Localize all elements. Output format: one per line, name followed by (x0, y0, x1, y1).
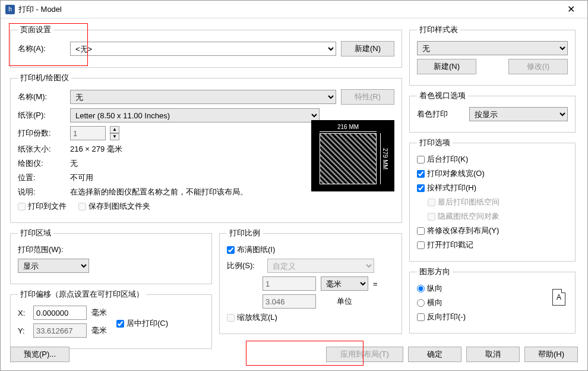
printer-name-select[interactable]: 无 (70, 90, 336, 104)
copies-spinner[interactable]: ▲▼ (110, 126, 119, 140)
printer-group: 打印机/绘图仪 名称(M): 无 特性(R) 纸张(P): Letter (8.… (10, 73, 402, 223)
plot-scale-group: 打印比例 布满图纸(I) 比例(S): 自定义 毫米 = 单位 缩放线宽(L) (219, 228, 402, 334)
offset-x-label: X: (18, 309, 29, 317)
offset-y-input[interactable] (33, 323, 87, 338)
style-table-group: 打印样式表 无 新建(N) 修改(I) (409, 24, 576, 86)
desc-value: 在选择新的绘图仪配置名称之前，不能打印该布局。 (70, 187, 248, 197)
center-plot-checkbox[interactable]: 居中打印(C) (116, 318, 168, 329)
unit-label: 单位 (321, 296, 368, 307)
scale-unit-select[interactable]: 毫米 (321, 276, 368, 291)
page-setup-name-label: 名称(A): (18, 43, 65, 54)
help-button[interactable]: 帮助(H) (524, 347, 578, 362)
preview-button[interactable]: 预览(P)... (10, 347, 69, 362)
paper-size-value: 216 × 279 毫米 (70, 144, 122, 155)
plot-offset-group: 打印偏移（原点设置在可打印区域） X: 毫米 Y: 毫米 居中打印(C) (10, 289, 212, 349)
scale-num2-input[interactable] (263, 294, 316, 309)
scale-lineweights-checkbox[interactable]: 缩放线宽(L) (227, 312, 277, 323)
close-icon[interactable]: ✕ (559, 4, 583, 15)
orientation-group: 图形方向 纵向 横向 反向打印(-) A (409, 266, 576, 334)
copies-label: 打印份数: (18, 128, 65, 139)
opt-last-paper-checkbox[interactable]: 最后打印图纸空间 (428, 197, 500, 207)
paper-select[interactable]: Letter (8.50 x 11.00 Inches) (70, 108, 320, 122)
window-title: 打印 - Model (18, 4, 559, 15)
page-setup-legend: 页面设置 (18, 24, 53, 35)
style-table-select[interactable]: 无 (417, 41, 568, 55)
page-setup-group: 页面设置 名称(A): <无> 新建(N) (10, 24, 402, 68)
print-to-file-checkbox[interactable]: 打印到文件 (18, 201, 67, 212)
page-setup-name-select[interactable]: <无> (70, 42, 336, 56)
plot-offset-legend: 打印偏移（原点设置在可打印区域） (18, 289, 146, 300)
location-value: 不可用 (70, 172, 93, 183)
paper-preview: 216 MM 279 MM (311, 120, 394, 191)
opt-background-checkbox[interactable]: 后台打印(K) (417, 154, 468, 165)
titlebar: h 打印 - Model ✕ (1, 1, 587, 18)
reverse-checkbox[interactable]: 反向打印(-) (417, 312, 466, 322)
plot-range-select[interactable]: 显示 (18, 259, 89, 273)
plot-range-label: 打印范围(W): (18, 244, 64, 255)
cancel-button[interactable]: 取消 (466, 347, 520, 362)
offset-y-label: Y: (18, 326, 29, 335)
paper-size-label: 纸张大小: (18, 144, 65, 155)
offset-x-unit: 毫米 (91, 307, 107, 318)
opt-stamp-checkbox[interactable]: 打开打印戳记 (417, 240, 473, 250)
shaded-viewport-group: 着色视口选项 着色打印 按显示 (409, 90, 576, 133)
style-table-legend: 打印样式表 (417, 24, 460, 35)
copies-input[interactable] (70, 126, 106, 140)
app-icon: h (5, 5, 15, 14)
plot-options-group: 打印选项 后台打印(K) 打印对象线宽(O) 按样式打印(H) 最后打印图纸空间… (409, 137, 576, 262)
plot-area-legend: 打印区域 (18, 228, 53, 238)
portrait-radio[interactable]: 纵向 (417, 283, 442, 294)
fit-paper-checkbox[interactable]: 布满图纸(I) (227, 244, 275, 255)
equals-label: = (373, 279, 378, 288)
shaded-legend: 着色视口选项 (417, 90, 468, 101)
opt-save-layout-checkbox[interactable]: 将修改保存到布局(Y) (417, 225, 499, 236)
scale-select[interactable]: 自定义 (267, 259, 374, 273)
plot-scale-legend: 打印比例 (227, 228, 263, 238)
bottom-button-bar: 预览(P)... 应用到布局(T) 确定 取消 帮助(H) (10, 347, 578, 362)
desc-label: 说明: (18, 187, 65, 197)
opt-hide-paper-checkbox[interactable]: 隐藏图纸空间对象 (428, 211, 500, 222)
plot-area-group: 打印区域 打印范围(W): 显示 (10, 228, 212, 284)
offset-y-unit: 毫米 (91, 325, 107, 336)
orientation-icon: A (552, 289, 565, 306)
opt-lineweights-checkbox[interactable]: 打印对象线宽(O) (417, 168, 485, 179)
page-setup-new-button[interactable]: 新建(N) (341, 41, 394, 56)
plotter-label: 绘图仪: (18, 158, 65, 169)
offset-x-input[interactable] (33, 306, 87, 320)
plot-options-legend: 打印选项 (417, 137, 453, 148)
printer-legend: 打印机/绘图仪 (18, 73, 71, 83)
printer-name-label: 名称(M): (18, 92, 65, 102)
opt-styles-checkbox[interactable]: 按样式打印(H) (417, 183, 476, 193)
ok-button[interactable]: 确定 (408, 347, 461, 362)
scale-label: 比例(S): (227, 260, 263, 271)
landscape-radio[interactable]: 横向 (417, 297, 442, 308)
style-edit-button[interactable]: 修改(I) (508, 59, 568, 74)
location-label: 位置: (18, 172, 65, 183)
apply-button[interactable]: 应用到布局(T) (326, 347, 403, 362)
printer-props-button[interactable]: 特性(R) (341, 89, 394, 105)
scale-num1-input[interactable] (263, 276, 316, 291)
plotter-value: 无 (70, 158, 78, 169)
orientation-legend: 图形方向 (417, 266, 453, 277)
save-to-folder-checkbox[interactable]: 保存到图纸文件夹 (78, 201, 150, 212)
shade-plot-label: 着色打印 (417, 109, 464, 120)
shade-plot-select[interactable]: 按显示 (469, 107, 568, 121)
style-new-button[interactable]: 新建(N) (417, 59, 476, 74)
paper-label: 纸张(P): (18, 110, 65, 121)
